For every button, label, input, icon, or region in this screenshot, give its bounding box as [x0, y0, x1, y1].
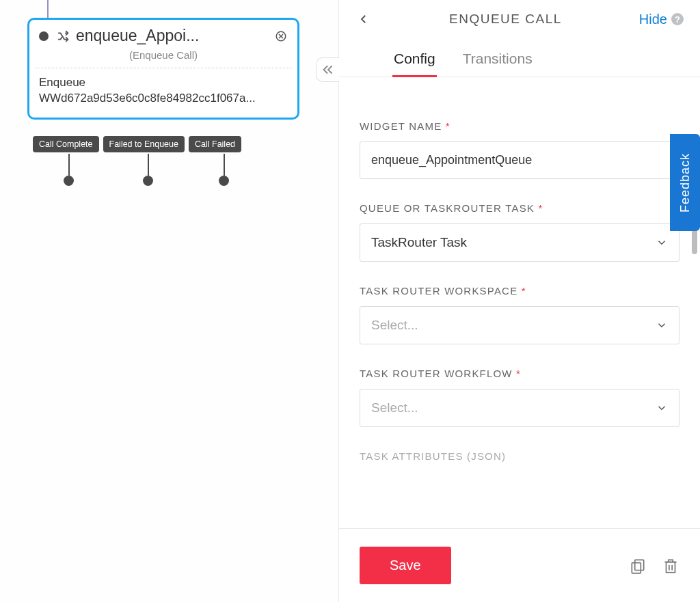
- outcome-chips: Call Complete Failed to Enqueue Call Fai…: [33, 136, 241, 152]
- field-label-workflow: TASK ROUTER WORKFLOW *: [360, 368, 679, 379]
- workspace-select[interactable]: Select...: [360, 306, 679, 344]
- tabs: Config Transitions: [339, 44, 700, 77]
- select-value: TaskRouter Task: [371, 235, 467, 250]
- widget-subtitle: (Enqueue Call): [29, 49, 297, 68]
- chevron-down-icon: [656, 402, 668, 414]
- feedback-tab[interactable]: Feedback: [670, 134, 700, 231]
- chevron-left-icon: [358, 13, 370, 25]
- flow-canvas[interactable]: enqueue_Appoi... (Enqueue Call) Enqueue …: [0, 0, 338, 602]
- duplicate-icon[interactable]: [629, 557, 647, 575]
- connector-line: [224, 154, 225, 176]
- close-icon[interactable]: [274, 29, 288, 43]
- back-button[interactable]: [355, 11, 372, 27]
- chevron-double-left-icon: [321, 62, 336, 77]
- widget-body: Enqueue WWd672a9d53e6c0c8fe84982cc1f067a…: [29, 68, 297, 118]
- outcome-chip-call-complete[interactable]: Call Complete: [33, 136, 99, 152]
- panel-title: ENQUEUE CALL: [372, 12, 639, 27]
- queue-select[interactable]: TaskRouter Task: [360, 223, 679, 262]
- connector-dot[interactable]: [64, 176, 74, 186]
- widget-enqueue-call[interactable]: enqueue_Appoi... (Enqueue Call) Enqueue …: [27, 18, 299, 120]
- field-label-workspace: TASK ROUTER WORKSPACE *: [360, 285, 679, 297]
- select-value: Select...: [371, 400, 418, 415]
- svg-rect-3: [635, 560, 644, 570]
- connector-line: [68, 154, 70, 176]
- chevron-down-icon: [656, 319, 668, 331]
- config-panel: ENQUEUE CALL Hide ? Config Transitions W…: [338, 0, 700, 602]
- workflow-select[interactable]: Select...: [360, 389, 679, 427]
- widget-anchor-dot[interactable]: [39, 31, 49, 41]
- panel-footer: Save: [339, 528, 700, 602]
- outcome-chip-failed-to-enqueue[interactable]: Failed to Enqueue: [103, 136, 185, 152]
- collapse-panel-button[interactable]: [316, 57, 339, 82]
- chevron-down-icon: [656, 236, 668, 249]
- tab-transitions[interactable]: Transitions: [461, 44, 534, 77]
- field-label-attributes: TASK ATTRIBUTES (JSON): [360, 450, 679, 462]
- widget-body-line: Enqueue: [39, 75, 288, 91]
- widget-name-input[interactable]: [360, 141, 679, 179]
- widget-body-line: WWd672a9d53e6c0c8fe84982cc1f067a...: [39, 91, 288, 107]
- select-value: Select...: [371, 318, 418, 333]
- connector-dot[interactable]: [143, 176, 153, 186]
- connector-dot[interactable]: [219, 176, 229, 186]
- save-button[interactable]: Save: [360, 547, 451, 584]
- outcome-chip-call-failed[interactable]: Call Failed: [189, 136, 241, 152]
- hide-link[interactable]: Hide: [639, 12, 667, 27]
- svg-rect-4: [632, 562, 641, 573]
- field-label-queue: QUEUE OR TASKROUTER TASK *: [360, 202, 679, 214]
- form-body[interactable]: WIDGET NAME * QUEUE OR TASKROUTER TASK *…: [339, 101, 700, 528]
- field-label-widget-name: WIDGET NAME *: [360, 120, 679, 132]
- shuffle-icon: [57, 29, 72, 44]
- connector-line: [47, 0, 49, 18]
- trash-icon[interactable]: [662, 557, 679, 575]
- tab-config[interactable]: Config: [392, 44, 437, 77]
- connector-line: [148, 154, 149, 176]
- help-icon[interactable]: ?: [671, 13, 684, 25]
- widget-title: enqueue_Appoi...: [76, 27, 274, 45]
- panel-header: ENQUEUE CALL Hide ?: [339, 0, 700, 44]
- svg-rect-5: [667, 562, 675, 572]
